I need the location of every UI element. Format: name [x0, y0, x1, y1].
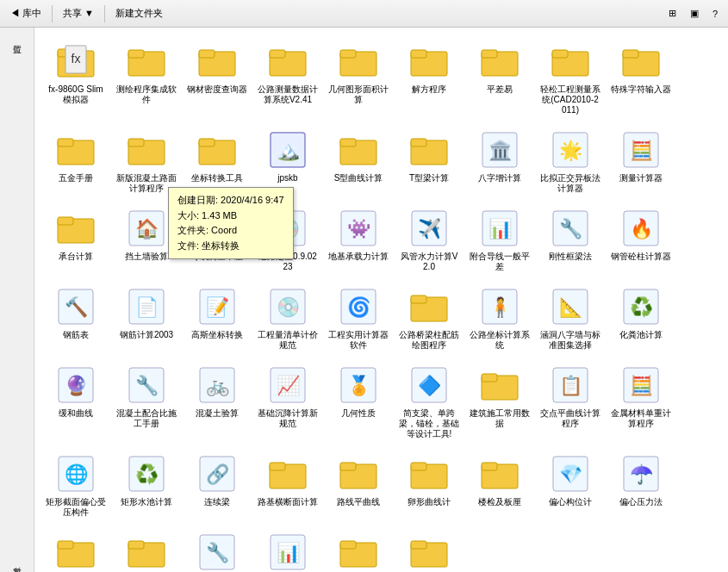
- list-item[interactable]: 🧮 金属材料单重计算程序: [607, 358, 675, 445]
- folder-icon: [479, 364, 520, 406]
- window-icon: ▣: [690, 8, 699, 19]
- window-button[interactable]: ▣: [685, 6, 704, 21]
- list-item[interactable]: 🔷 简支梁、单跨梁，锚栓，基础等设计工具!: [395, 358, 464, 445]
- icon-label: 偏心构位计: [549, 497, 592, 507]
- content-area[interactable]: fx fx-9860G Slim 模拟器 测绘程序集成软件 钢材密度查询器 公路…: [34, 28, 728, 572]
- list-item[interactable]: 📊 附合导线一般平差: [465, 202, 534, 278]
- sidebar-item-object[interactable]: 对象: [9, 556, 25, 563]
- list-item[interactable]: 几何图形面积计算: [324, 34, 393, 121]
- list-item[interactable]: 🔧 桩梁计算器: [183, 525, 252, 572]
- list-item[interactable]: 🔗 连续梁: [183, 447, 252, 524]
- svg-text:🔧: 🔧: [135, 374, 159, 397]
- list-item[interactable]: 轻松工程测量系统(CAD2010-2011): [536, 34, 605, 121]
- sidebar-item-position[interactable]: 位置: [9, 34, 25, 41]
- list-item[interactable]: 🔮 缓和曲线: [41, 358, 110, 445]
- list-item[interactable]: 🔨 钢筋表: [41, 280, 110, 357]
- list-item[interactable]: ✈️ 风管水力计算V2.0: [395, 202, 464, 278]
- svg-text:♻️: ♻️: [135, 463, 159, 486]
- list-item[interactable]: ☂️ 偏心压力法: [607, 447, 675, 524]
- icon-label: 高斯坐标转换: [191, 330, 243, 340]
- list-item[interactable]: 🏅 几何性质: [324, 358, 393, 445]
- app-icon: ✈️: [408, 208, 450, 249]
- separator-2: [104, 5, 105, 22]
- list-item[interactable]: 👾 地基承载力计算: [324, 202, 393, 278]
- list-item[interactable]: 平曲计算: [112, 525, 181, 572]
- icon-label: 特殊字符输入器: [611, 84, 671, 95]
- list-item[interactable]: 🚲 混凝土验算: [183, 358, 252, 445]
- list-item[interactable]: S型曲线计算: [324, 123, 393, 200]
- list-item[interactable]: 📐 涵洞八字墙与标准图集选择: [536, 280, 605, 357]
- list-item[interactable]: 🏛️ 八字增计算: [465, 123, 534, 200]
- list-item[interactable]: 楼检及板厘: [465, 447, 534, 524]
- svg-rect-99: [270, 463, 285, 470]
- icon-label: 工程实用计算器软件: [328, 330, 389, 351]
- svg-text:🔮: 🔮: [65, 374, 89, 397]
- list-item[interactable]: 🔧 混凝土配合比施工手册: [112, 358, 181, 445]
- list-item[interactable]: 卵形曲线计: [395, 447, 464, 524]
- list-item[interactable]: 解方程序: [395, 34, 464, 121]
- list-item[interactable]: 公路测量数据计算系统V2.41: [253, 34, 322, 121]
- app-icon: 🔮: [55, 364, 96, 406]
- list-item[interactable]: 📋 交点平曲线计算程序: [536, 358, 605, 445]
- list-item[interactable]: 建筑施工常用数据: [465, 358, 534, 445]
- list-item[interactable]: 平差易: [465, 34, 534, 121]
- app-icon: 📊: [267, 532, 308, 572]
- svg-rect-13: [411, 50, 426, 58]
- svg-text:🧮: 🧮: [630, 139, 654, 162]
- app-icon: 📝: [196, 286, 238, 327]
- folder-icon: [196, 129, 238, 171]
- list-item[interactable]: 路基横断面计算: [253, 447, 322, 524]
- main-layout: 位置 对象 fx fx-9860G Slim 模拟器 测绘程序集成软件 钢材密度…: [0, 28, 728, 572]
- new-folder-button[interactable]: 新建文件夹: [110, 5, 168, 22]
- app-icon: 📋: [550, 364, 591, 406]
- app-icon: 🔥: [620, 208, 662, 249]
- list-item[interactable]: 🧮 测量计算器: [607, 123, 675, 200]
- list-item[interactable]: 🌀 工程实用计算器软件: [324, 280, 393, 357]
- list-item[interactable]: 平曲线招高: [41, 525, 110, 572]
- list-item[interactable]: 承台计算: [41, 202, 110, 278]
- svg-rect-11: [340, 50, 356, 58]
- view-button[interactable]: ⊞: [663, 6, 681, 21]
- list-item[interactable]: 🔧 刚性框梁法: [536, 202, 605, 278]
- folder-icon: [126, 129, 167, 171]
- list-item[interactable]: ♻️ 矩形水池计算: [112, 447, 181, 524]
- svg-rect-113: [128, 541, 144, 549]
- back-button[interactable]: ◀ 库中: [5, 5, 47, 22]
- list-item[interactable]: 💿 工程量清单计价规范: [253, 280, 322, 357]
- list-item[interactable]: 施工阶段成: [324, 525, 393, 572]
- svg-text:🔷: 🔷: [418, 374, 442, 397]
- icon-label: 平差易: [487, 84, 513, 95]
- share-button[interactable]: 共享 ▼: [58, 5, 99, 22]
- app-icon: 💎: [550, 453, 591, 494]
- list-item[interactable]: 公路桥梁柱配筋绘图程序: [395, 280, 464, 357]
- folder-icon: [338, 40, 379, 82]
- list-item[interactable]: T型梁计算: [395, 123, 464, 200]
- help-button[interactable]: ?: [707, 7, 723, 21]
- list-item[interactable]: fx fx-9860G Slim 模拟器: [41, 34, 110, 121]
- list-item[interactable]: 💎 偏心构位计: [536, 447, 605, 524]
- list-item[interactable]: 🧍 公路坐标计算系统: [465, 280, 534, 357]
- list-item[interactable]: 测绘程序集成软件: [112, 34, 181, 121]
- list-item[interactable]: 五金手册: [41, 123, 110, 200]
- svg-text:💿: 💿: [277, 295, 301, 319]
- list-item[interactable]: 钢材密度查询器: [183, 34, 252, 121]
- list-item[interactable]: 📊 设计高程计: [253, 525, 322, 572]
- list-item[interactable]: 📝 高斯坐标转换: [183, 280, 252, 357]
- list-item[interactable]: 路线平曲线: [324, 447, 393, 524]
- list-item[interactable]: 🔥 钢管砼柱计算器: [607, 202, 675, 278]
- list-item[interactable]: Tea: [395, 525, 464, 572]
- folder-icon: [267, 453, 308, 494]
- list-item[interactable]: 📄 钢筋计算2003: [112, 280, 181, 357]
- list-item[interactable]: ♻️ 化粪池计算: [607, 280, 675, 357]
- list-item[interactable]: 🌟 比拟正交异板法计算器: [536, 123, 605, 200]
- app-icon: 🔧: [126, 364, 167, 406]
- list-item[interactable]: 🌐 矩形截面偏心受压构件: [41, 447, 110, 524]
- svg-text:🔥: 🔥: [630, 217, 654, 240]
- svg-rect-25: [199, 139, 215, 146]
- list-item[interactable]: 特殊字符输入器: [607, 34, 675, 121]
- list-item[interactable]: 📈 基础沉降计算新规范: [253, 358, 322, 445]
- svg-rect-87: [482, 374, 497, 382]
- tooltip-folder: 文件夹: Coord: [177, 223, 284, 239]
- icon-label: 公路桥梁柱配筋绘图程序: [399, 330, 459, 351]
- icon-label: fx-9860G Slim 模拟器: [46, 84, 106, 105]
